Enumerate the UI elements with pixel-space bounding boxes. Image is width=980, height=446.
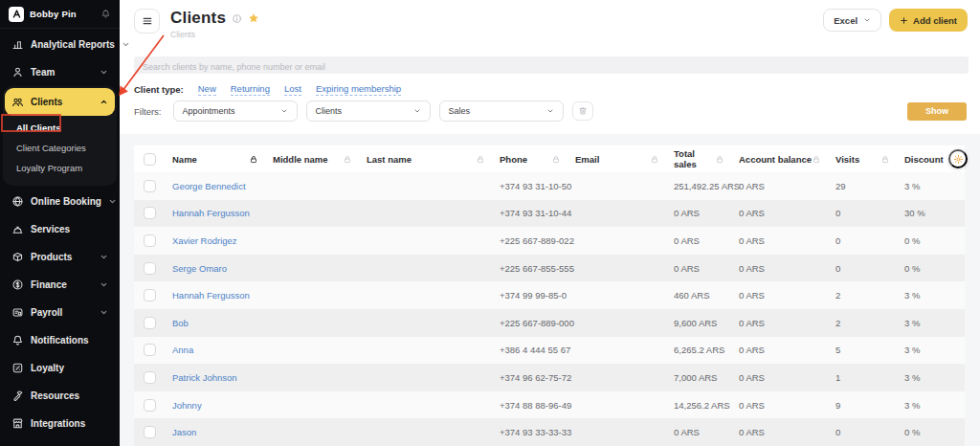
sidebar-item-notifications[interactable]: Notifications — [5, 326, 115, 354]
client-name-link[interactable]: Anna — [172, 345, 193, 355]
lock-icon[interactable] — [813, 155, 820, 164]
cell-visits: 2 — [828, 318, 897, 328]
cell-phone: +386 4 444 55 67 — [492, 345, 568, 355]
favorite-star-icon[interactable] — [248, 12, 259, 24]
table-row[interactable]: Xavier Rodrigez+225 667-889-0220 ARS0 AR… — [134, 227, 965, 255]
lock-icon[interactable] — [651, 155, 658, 164]
table-row[interactable]: Jason+374 93 33-33-330 ARS0 ARS00 % — [134, 418, 965, 446]
table-row[interactable]: Hannah Fergusson+374 99 99-85-0460 ARS0 … — [134, 281, 965, 309]
lock-icon[interactable] — [881, 155, 889, 164]
row-checkbox[interactable] — [144, 344, 156, 356]
sidebar-subitem-client-categories[interactable]: Client Categories — [5, 138, 115, 158]
clients-menu-group: Clients All ClientsClient CategoriesLoya… — [3, 86, 117, 186]
sidebar-subitem-loyalty-program[interactable]: Loyalty Program — [5, 158, 115, 178]
client-name-link[interactable]: Xavier Rodrigez — [172, 235, 237, 246]
column-label: Middle name — [273, 154, 328, 165]
cell-account-balance: 0 ARS — [731, 235, 828, 246]
client-type-link-expiring-membership[interactable]: Expiring membership — [316, 83, 401, 96]
filter-select-appointments[interactable]: Appointments — [173, 100, 298, 122]
bell-icon[interactable] — [100, 9, 111, 19]
sidebar-item-online-booking[interactable]: Online Booking — [5, 188, 115, 215]
lock-icon[interactable] — [344, 155, 351, 164]
cell-total-sales: 7,000 ARS — [666, 372, 731, 383]
row-checkbox[interactable] — [144, 180, 156, 192]
cell-discount: 0 % — [897, 235, 965, 246]
client-name-link[interactable]: Hannah Fergusson — [172, 290, 250, 301]
clear-filters-button[interactable] — [572, 101, 593, 121]
row-checkbox[interactable] — [144, 262, 156, 275]
table-row[interactable]: Johnny+374 88 88-96-4914,256.2 ARS0 ARS9… — [134, 391, 965, 419]
client-name-link[interactable]: Hannah Fergusson — [172, 208, 250, 218]
sidebar-menu-top: Analytical ReportsTeam — [0, 29, 120, 86]
filter-select-clients[interactable]: Clients — [306, 100, 431, 122]
collapse-sidebar-button[interactable] — [134, 9, 160, 33]
table-row[interactable]: Anna+386 4 444 55 676,265.2 ARS0 ARS53 % — [134, 337, 965, 365]
client-name-link[interactable]: Jason — [172, 427, 196, 437]
sidebar-subitem-all-clients[interactable]: All Clients — [5, 118, 115, 138]
column-header-email: Email — [568, 145, 666, 172]
row-checkbox[interactable] — [144, 234, 156, 247]
table-row[interactable]: Hannah Fergusson+374 93 31-10-440 ARS0 A… — [134, 200, 965, 228]
sidebar-item-label: Services — [31, 224, 70, 234]
lock-icon[interactable] — [477, 155, 484, 164]
lock-icon[interactable] — [552, 155, 560, 164]
cell-discount: 30 % — [897, 208, 965, 218]
filters-label: Filters: — [134, 106, 162, 117]
cell-account-balance: 0 ARS — [731, 427, 828, 437]
sidebar-item-integrations[interactable]: Integrations — [5, 410, 115, 437]
select-all-checkbox[interactable] — [144, 153, 156, 166]
sidebar-item-label: Products — [31, 252, 72, 262]
show-button[interactable]: Show — [907, 102, 967, 121]
products-icon — [11, 251, 24, 263]
row-checkbox[interactable] — [144, 371, 156, 384]
topbar-actions: Excel Add client — [823, 9, 968, 32]
client-type-link-new[interactable]: New — [198, 83, 216, 96]
table-row[interactable]: Serge Omaro+225 667-855-5550 ARS0 ARS00 … — [134, 255, 965, 282]
table-row[interactable]: Patrick Johnson+374 96 62-75-727,000 ARS… — [134, 364, 965, 391]
filter-select-sales[interactable]: Sales — [439, 100, 564, 122]
sidebar-item-services[interactable]: Services — [5, 215, 115, 243]
clients-table: NameMiddle nameLast namePhoneEmailTotal … — [134, 145, 965, 446]
lock-icon[interactable] — [716, 155, 724, 164]
chevron-down-icon — [546, 107, 554, 115]
client-name-link[interactable]: Serge Omaro — [172, 263, 227, 274]
sidebar-item-products[interactable]: Products — [5, 243, 115, 271]
add-client-button[interactable]: Add client — [889, 9, 968, 32]
row-checkbox[interactable] — [144, 207, 156, 219]
people-icon — [11, 96, 24, 108]
sidebar-item-team[interactable]: Team — [5, 58, 115, 86]
client-type-link-returning[interactable]: Returning — [231, 83, 270, 96]
cell-total-sales: 0 ARS — [666, 235, 731, 246]
client-name-link[interactable]: Patrick Johnson — [172, 372, 237, 383]
excel-export-button[interactable]: Excel — [823, 9, 881, 32]
cell-account-balance: 0 ARS — [731, 345, 828, 355]
sidebar-item-clients[interactable]: Clients — [5, 88, 115, 116]
client-name-link[interactable]: Johnny — [172, 400, 202, 411]
sidebar-subitem-label: All Clients — [16, 123, 60, 133]
client-name-link[interactable]: George Bennedict — [172, 181, 246, 191]
search-input[interactable] — [134, 58, 969, 76]
row-select-cell — [134, 289, 165, 301]
table-row[interactable]: George Bennedict+374 93 31-10-50251,492.… — [134, 172, 965, 200]
row-checkbox[interactable] — [144, 317, 156, 329]
row-checkbox[interactable] — [144, 399, 156, 412]
breadcrumb: Clients — [170, 30, 259, 39]
sidebar-item-loyalty[interactable]: Loyalty — [5, 354, 115, 382]
client-name-link[interactable]: Bob — [172, 318, 189, 328]
chart-icon — [11, 38, 24, 51]
sidebar-item-analytical-reports[interactable]: Analytical Reports — [5, 31, 115, 58]
table-settings-gear-icon[interactable] — [948, 149, 968, 168]
column-label: Email — [575, 154, 599, 165]
cell-total-sales: 14,256.2 ARS — [666, 400, 731, 411]
column-label: Visits — [835, 154, 859, 165]
table-row[interactable]: Bob+225 667-889-0009,600 ARS0 ARS23 % — [134, 309, 965, 337]
info-icon[interactable] — [232, 13, 242, 24]
client-type-link-lost[interactable]: Lost — [284, 83, 301, 96]
row-checkbox[interactable] — [144, 426, 156, 438]
sidebar-item-payroll[interactable]: Payroll — [5, 299, 115, 326]
row-checkbox[interactable] — [144, 289, 156, 301]
sidebar-item-finance[interactable]: Finance — [5, 271, 115, 299]
chevron-down-icon — [100, 68, 108, 77]
lock-icon[interactable] — [250, 155, 257, 164]
sidebar-item-resources[interactable]: Resources — [5, 382, 115, 410]
